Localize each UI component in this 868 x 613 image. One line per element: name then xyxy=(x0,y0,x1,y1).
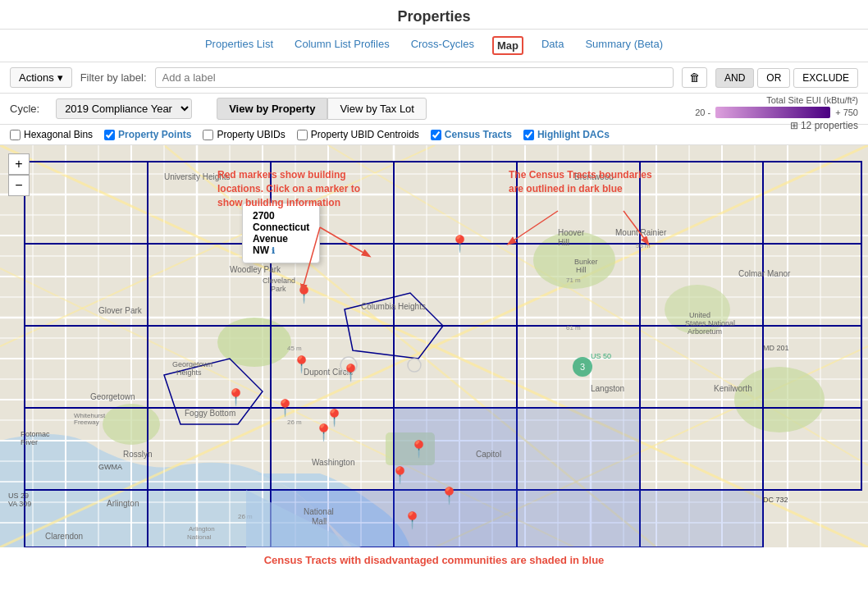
map-marker[interactable]: 📍 xyxy=(402,510,423,530)
svg-point-56 xyxy=(734,367,825,432)
view-by-tax-lot-button[interactable]: View by Tax Lot xyxy=(327,98,427,120)
bottom-annotation: Census Tracts with disadvantaged communi… xyxy=(0,547,868,573)
svg-text:US 50: US 50 xyxy=(591,352,611,360)
tab-properties-list[interactable]: Properties List xyxy=(202,36,276,55)
map-container[interactable]: University Heights Brentwood Hoover Hill… xyxy=(0,145,868,547)
svg-rect-95 xyxy=(517,408,640,490)
svg-text:DC 732: DC 732 xyxy=(763,496,788,504)
svg-text:56 m: 56 m xyxy=(636,242,651,249)
map-popup: 2700ConnecticutAvenueNW ℹ xyxy=(242,203,320,263)
svg-text:Hill: Hill xyxy=(576,266,587,274)
actions-button[interactable]: Actions ▾ xyxy=(10,67,72,88)
map-background: University Heights Brentwood Hoover Hill… xyxy=(0,145,868,547)
filter-input[interactable] xyxy=(155,67,674,88)
svg-text:Langston: Langston xyxy=(591,384,624,393)
map-marker[interactable]: 📍 xyxy=(450,234,470,254)
map-marker[interactable]: 📍 xyxy=(390,465,410,485)
svg-text:National: National xyxy=(187,533,212,541)
svg-point-52 xyxy=(103,404,160,445)
eui-title: Total Site EUI (kBtu/ft²) xyxy=(695,95,858,105)
svg-rect-96 xyxy=(640,490,763,547)
checkbox-census-tracts[interactable]: Census Tracts xyxy=(431,129,512,140)
svg-text:Heights: Heights xyxy=(176,368,202,377)
svg-text:Columbia Heights: Columbia Heights xyxy=(361,302,426,311)
svg-text:Foggy Bottom: Foggy Bottom xyxy=(185,409,235,418)
actions-label: Actions xyxy=(19,71,54,84)
svg-text:Colmar Manor: Colmar Manor xyxy=(738,269,791,278)
svg-text:US 29: US 29 xyxy=(8,492,29,500)
svg-text:45 m: 45 m xyxy=(287,345,302,352)
svg-text:Cleveland: Cleveland xyxy=(263,277,295,285)
svg-text:Kenilworth: Kenilworth xyxy=(714,384,752,393)
svg-text:Brentwood: Brentwood xyxy=(574,172,614,181)
and-button[interactable]: AND xyxy=(715,68,754,88)
svg-text:GWMA: GWMA xyxy=(98,463,122,471)
svg-text:Arboretum: Arboretum xyxy=(688,327,722,336)
tab-column-list-profiles[interactable]: Column List Profiles xyxy=(291,36,393,55)
zoom-out-button[interactable]: − xyxy=(8,175,30,196)
filter-by-label: Filter by label: xyxy=(80,71,147,84)
checkbox-property-ubid-centroids[interactable]: Property UBID Centroids xyxy=(297,129,419,140)
svg-text:61 m: 61 m xyxy=(566,324,581,332)
cycle-label: Cycle: xyxy=(10,103,39,115)
page-title: Properties xyxy=(0,0,868,30)
svg-text:MD 201: MD 201 xyxy=(763,344,789,352)
svg-text:University Heights: University Heights xyxy=(164,172,231,181)
tab-cross-cycles[interactable]: Cross-Cycles xyxy=(408,36,477,55)
checkbox-hexagonal-bins[interactable]: Hexagonal Bins xyxy=(10,129,93,140)
logic-group: AND OR EXCLUDE xyxy=(715,68,858,88)
exclude-button[interactable]: EXCLUDE xyxy=(793,68,858,88)
svg-rect-94 xyxy=(517,490,640,547)
eui-gradient-bar xyxy=(715,107,830,118)
tab-map[interactable]: Map xyxy=(492,36,523,55)
map-marker[interactable]: 📍 xyxy=(226,387,246,407)
svg-text:Arlington: Arlington xyxy=(189,525,215,533)
svg-text:Freeway: Freeway xyxy=(74,419,99,426)
trash-button[interactable]: 🗑 xyxy=(682,67,707,88)
svg-text:Woodley Park: Woodley Park xyxy=(230,265,281,274)
eui-max: + 750 xyxy=(835,108,858,117)
view-by-property-button[interactable]: View by Property xyxy=(217,98,327,120)
popup-address: 2700ConnecticutAvenueNW ℹ xyxy=(253,210,309,256)
svg-text:Clarendon: Clarendon xyxy=(45,532,83,541)
svg-text:26 m: 26 m xyxy=(287,419,302,426)
tab-summary-beta[interactable]: Summary (Beta) xyxy=(582,36,666,55)
checkbox-property-ubids[interactable]: Property UBIDs xyxy=(203,129,285,140)
svg-text:United: United xyxy=(689,311,710,319)
svg-text:Park: Park xyxy=(271,285,286,293)
checkbox-property-points[interactable]: Property Points xyxy=(104,129,191,140)
map-zoom-controls: + − xyxy=(8,153,30,196)
map-marker[interactable]: 📍 xyxy=(294,285,314,304)
svg-text:Hoover: Hoover xyxy=(558,228,585,237)
svg-text:Georgetown: Georgetown xyxy=(90,392,135,401)
properties-count: ⊞ 12 properties xyxy=(695,120,858,131)
nav-tabs: Properties List Column List Profiles Cro… xyxy=(0,30,868,62)
checkbox-highlight-dacs[interactable]: Highlight DACs xyxy=(523,129,610,140)
map-marker[interactable]: 📍 xyxy=(313,423,334,442)
zoom-in-button[interactable]: + xyxy=(8,153,30,175)
map-marker[interactable]: 📍 xyxy=(291,355,312,374)
eui-min: 20 - xyxy=(695,108,710,117)
tab-data[interactable]: Data xyxy=(538,36,567,55)
chevron-down-icon: ▾ xyxy=(57,71,63,84)
map-marker[interactable]: 📍 xyxy=(340,363,361,382)
or-button[interactable]: OR xyxy=(757,68,790,88)
map-marker[interactable]: 📍 xyxy=(439,486,459,505)
svg-text:Glover Park: Glover Park xyxy=(98,306,143,315)
svg-text:3: 3 xyxy=(580,362,585,372)
svg-text:Hill: Hill xyxy=(558,238,569,247)
map-marker[interactable]: 📍 xyxy=(409,439,429,459)
svg-text:States National: States National xyxy=(685,319,735,327)
svg-text:Mount Rainier: Mount Rainier xyxy=(615,228,667,237)
map-marker[interactable]: 📍 xyxy=(275,398,295,418)
svg-text:71 m: 71 m xyxy=(566,277,581,284)
svg-text:Capitol: Capitol xyxy=(476,450,501,459)
svg-text:Washington: Washington xyxy=(312,458,354,467)
svg-text:River: River xyxy=(21,438,38,446)
toolbar: Actions ▾ Filter by label: 🗑 AND OR EXCL… xyxy=(0,62,868,94)
svg-text:VA 309: VA 309 xyxy=(8,500,31,508)
cycle-select[interactable]: 2019 Compliance Year xyxy=(56,98,192,119)
svg-text:National: National xyxy=(304,507,334,516)
svg-text:Bunker: Bunker xyxy=(574,258,598,266)
svg-text:Georgetown: Georgetown xyxy=(172,360,212,368)
